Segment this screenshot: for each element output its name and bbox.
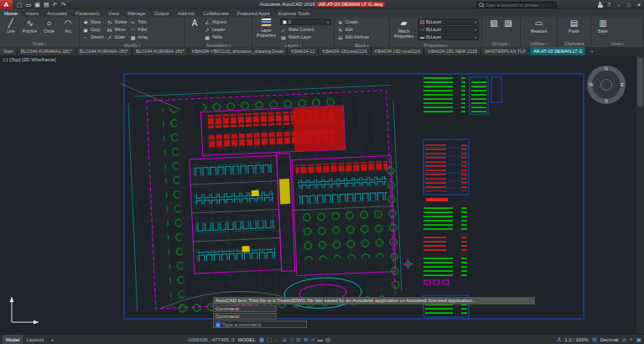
table-button[interactable]: ▦Table [204, 34, 226, 40]
file-tab[interactable]: BLC044 KURAMA1-181* [18, 47, 76, 55]
osnap-toggle-icon[interactable]: ⊡ [296, 336, 300, 343]
draw-panel-caption[interactable]: Draw▾ [0, 40, 79, 47]
object-color-dropdown[interactable]: ByLayer▾ [418, 18, 479, 25]
group-button[interactable]: ▧ [488, 18, 500, 28]
copy-button[interactable]: ▣Copy [82, 26, 104, 33]
save-icon[interactable]: ▣ [34, 0, 40, 9]
transparency-toggle-icon[interactable]: ▨ [325, 336, 330, 343]
annotation-scale-label[interactable]: 1:1 / 100% [564, 337, 589, 342]
tab-view[interactable]: View [104, 9, 123, 17]
match-layer-button[interactable]: ▤Match Layer [280, 34, 331, 40]
ortho-toggle-icon[interactable]: ∟ [274, 336, 279, 343]
customize-plus-icon[interactable]: + [630, 336, 633, 342]
tab-parametric[interactable]: Parametric [71, 9, 104, 17]
paste-button[interactable]: ▤Paste [565, 18, 584, 34]
grid-toggle-icon[interactable]: ▦ [259, 336, 264, 343]
clean-screen-icon[interactable]: ▣ [636, 336, 641, 343]
compass-west[interactable]: W [589, 82, 594, 87]
compass-east[interactable]: E [621, 82, 624, 87]
trim-button[interactable]: ✂Trim [130, 18, 148, 25]
properties-panel-caption[interactable]: Properties▾ [390, 42, 481, 49]
layer-properties-button[interactable]: Layer Properties [255, 18, 278, 38]
new-layout-button[interactable]: + [48, 335, 58, 344]
measure-button[interactable]: ▭Measure [530, 18, 548, 34]
new-drawing-tab-button[interactable]: + [586, 47, 598, 55]
undo-icon[interactable]: ↶ [53, 0, 58, 9]
dynamic-input-toggle-icon[interactable]: ▱ [310, 336, 314, 343]
coordinates-display[interactable]: -1065436, -477465, 0 [186, 337, 234, 342]
model-space-label[interactable]: MODEL [238, 337, 256, 342]
close-button[interactable]: ✕ [634, 0, 644, 9]
redo-icon[interactable]: ↷ [60, 0, 65, 9]
annotation-visibility-icon[interactable]: A [558, 336, 561, 342]
user-icon[interactable] [597, 2, 603, 8]
polar-toggle-icon[interactable]: ∠ [283, 336, 288, 343]
tab-manage[interactable]: Manage [123, 9, 150, 17]
compass-south[interactable]: S [605, 98, 608, 103]
file-tab-active[interactable]: AR.AT-03 DEWAN LT G [530, 47, 586, 55]
compass-north[interactable]: N [605, 66, 608, 71]
file-tab[interactable]: MASTERPLAN TLP [481, 47, 530, 55]
open-icon[interactable]: ▭ [26, 0, 32, 9]
minimize-button[interactable]: – [614, 0, 624, 9]
maximize-button[interactable]: □ [624, 0, 634, 9]
text-tool-button[interactable]: A [188, 18, 201, 28]
view-panel-caption[interactable]: View▾ [591, 40, 643, 47]
isodraft-toggle-icon[interactable]: ◇ [289, 336, 293, 343]
snap-toggle-icon[interactable]: ▢ [267, 336, 272, 343]
tab-output[interactable]: Output [150, 9, 174, 17]
view-control[interactable]: [Top] [9, 57, 20, 62]
ungroup-button[interactable]: ▨ [502, 18, 514, 28]
tab-collaborate[interactable]: Collaborate [199, 9, 233, 17]
model-tab[interactable]: Model [3, 335, 23, 344]
make-current-button[interactable]: ✓Make Current [280, 26, 331, 33]
linetype-dropdown[interactable]: —ByLayer▾ [418, 26, 479, 33]
tab-express-tools[interactable]: Express Tools [274, 9, 314, 17]
help-icon[interactable]: ? [607, 0, 610, 9]
fillet-button[interactable]: ◠Fillet [130, 26, 148, 33]
match-properties-button[interactable]: ▰Match Properties [392, 18, 415, 39]
scale-button[interactable]: ↗Scale [106, 34, 127, 40]
viewport-menu-control[interactable]: [-] [3, 57, 8, 62]
model-space-canvas[interactable]: [-] [Top] [2D Wireframe] [0, 55, 644, 334]
arc-button[interactable]: ◠Arc [60, 18, 76, 34]
navigation-compass[interactable]: N E S W [587, 65, 626, 104]
aligned-dimension-button[interactable]: ∠Aligned [204, 18, 226, 25]
clipboard-panel-caption[interactable]: Clipboard [558, 40, 590, 47]
array-button[interactable]: ▦Array [130, 34, 148, 40]
tab-featured-apps[interactable]: Featured Apps [233, 9, 274, 17]
layer-dropdown[interactable]: 0▾ [280, 18, 331, 25]
otrack-toggle-icon[interactable]: ⊕ [304, 336, 308, 343]
create-block-button[interactable]: ⊕Create [337, 18, 369, 25]
leader-button[interactable]: ↗Leader [204, 26, 226, 33]
polyline-button[interactable]: ∿Polyline [22, 18, 39, 34]
units-label[interactable]: Decimal [600, 337, 619, 342]
file-tab-start[interactable]: Start [0, 47, 18, 55]
search-input[interactable] [486, 3, 554, 8]
circle-button[interactable]: ○Circle [41, 18, 58, 34]
plot-icon[interactable]: ▤ [44, 0, 49, 9]
groups-panel-caption[interactable]: Groups▾ [482, 40, 520, 47]
line-button[interactable]: ╱Line [3, 18, 19, 34]
layout1-tab[interactable]: Layout1 [23, 335, 47, 344]
lineweight-dropdown[interactable]: ▬ByLayer▾ [418, 34, 479, 40]
tab-home[interactable]: Home [0, 9, 22, 17]
command-input[interactable]: » Type a command [213, 321, 307, 328]
scrollbar-thumb[interactable] [637, 58, 643, 107]
rotate-button[interactable]: ↻Rotate [106, 18, 127, 25]
layers-panel-caption[interactable]: Layers▾ [252, 42, 334, 49]
edit-block-button[interactable]: ✎Edit [337, 26, 369, 33]
tab-annotate[interactable]: Annotate [43, 9, 71, 17]
object-isolate-icon[interactable]: ◎ [621, 336, 626, 343]
utilities-panel-caption[interactable]: Utilities▾ [521, 40, 557, 47]
annotation-panel-caption[interactable]: Annotation▾ [185, 42, 252, 49]
visual-style-control[interactable]: [2D Wireframe] [22, 57, 55, 62]
base-view-button[interactable]: ▥Base [594, 18, 612, 34]
mirror-button[interactable]: ⋈Mirror [106, 26, 127, 33]
stretch-button[interactable]: ↔Stretch [82, 34, 104, 40]
modify-panel-caption[interactable]: Modify▾ [80, 42, 184, 49]
edit-attribute-button[interactable]: ⊟Edit Attribute [337, 34, 369, 40]
block-panel-caption[interactable]: Block▾ [335, 42, 389, 49]
move-button[interactable]: ✚Move [82, 18, 104, 25]
tab-insert[interactable]: Insert [22, 9, 43, 17]
